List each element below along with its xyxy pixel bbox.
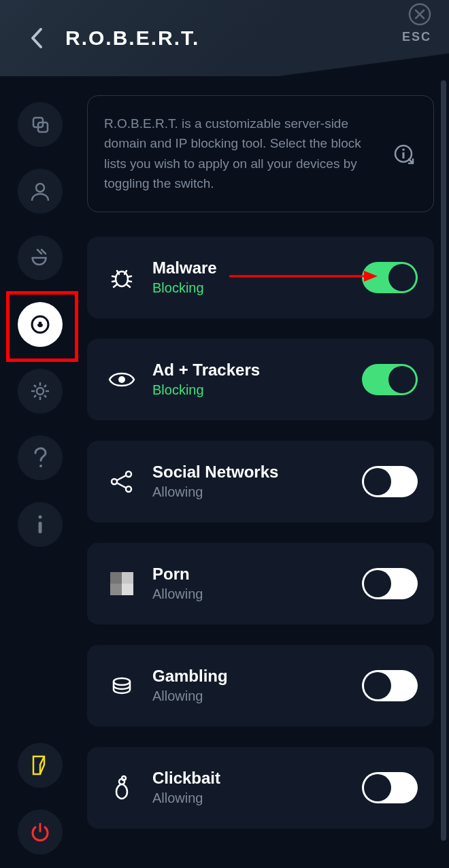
svg-point-3 <box>36 184 44 192</box>
sidebar-item-robert[interactable] <box>18 302 63 347</box>
item-title: Malware <box>152 258 362 278</box>
scrollbar[interactable] <box>441 80 446 841</box>
help-icon <box>33 447 48 469</box>
sidebar-item-plug[interactable] <box>18 235 63 280</box>
item-title: Porn <box>152 565 362 584</box>
item-status: Blocking <box>152 280 362 296</box>
robert-icon <box>29 313 52 336</box>
block-item-adtrackers: Ad + Trackers Blocking <box>87 339 434 420</box>
network-icon <box>105 465 139 499</box>
eye-icon <box>105 363 139 397</box>
esc-label: ESC <box>402 30 431 44</box>
sidebar-item-account[interactable] <box>18 169 63 214</box>
sidebar-item-logout[interactable] <box>18 743 63 788</box>
block-item-porn: Porn Allowing <box>87 543 434 624</box>
svg-rect-11 <box>39 522 42 533</box>
svg-point-6 <box>37 322 39 324</box>
bait-icon <box>105 771 139 805</box>
user-icon <box>29 180 51 202</box>
svg-point-7 <box>41 322 44 324</box>
block-item-social: Social Networks Allowing <box>87 441 434 522</box>
logout-icon <box>31 755 50 775</box>
svg-point-22 <box>114 678 130 685</box>
sidebar-item-info[interactable] <box>18 502 63 547</box>
toggle-porn[interactable] <box>362 568 418 599</box>
gear-icon <box>29 380 51 402</box>
split-icon <box>30 114 50 135</box>
info-sync-icon <box>393 143 414 165</box>
power-icon <box>30 822 50 842</box>
svg-point-21 <box>126 486 131 492</box>
svg-point-9 <box>39 465 42 467</box>
info-card: R.O.B.E.R.T. is a customizable server-si… <box>87 95 434 212</box>
svg-rect-16 <box>403 152 405 158</box>
close-icon <box>408 3 431 26</box>
item-title: Ad + Trackers <box>152 361 362 380</box>
item-title: Clickbait <box>152 769 362 788</box>
item-title: Gambling <box>152 667 362 686</box>
block-item-gambling: Gambling Allowing <box>87 645 434 727</box>
block-item-clickbait: Clickbait Allowing <box>87 747 434 829</box>
chips-icon <box>105 669 139 703</box>
content: R.O.B.E.R.T. is a customizable server-si… <box>80 95 438 854</box>
svg-point-15 <box>402 148 405 151</box>
sidebar-item-split[interactable] <box>18 102 63 147</box>
block-item-malware: Malware Blocking <box>87 237 434 318</box>
info-icon <box>36 514 44 535</box>
sidebar-item-power[interactable] <box>18 809 63 854</box>
toggle-adtrackers[interactable] <box>362 364 418 395</box>
info-sync-button[interactable] <box>390 140 417 167</box>
toggle-social[interactable] <box>362 466 418 497</box>
svg-point-24 <box>122 776 126 780</box>
item-title: Social Networks <box>152 463 362 482</box>
chevron-left-icon <box>29 27 44 50</box>
toggle-malware[interactable] <box>362 262 418 293</box>
svg-point-8 <box>37 388 44 395</box>
sidebar <box>0 95 80 868</box>
plug-icon <box>29 247 51 269</box>
svg-point-20 <box>126 471 131 477</box>
toggle-clickbait[interactable] <box>362 772 418 803</box>
item-status: Allowing <box>152 484 362 500</box>
back-button[interactable] <box>19 21 53 55</box>
pixel-icon <box>105 567 139 601</box>
svg-point-18 <box>118 376 125 383</box>
toggle-gambling[interactable] <box>362 670 418 701</box>
info-text: R.O.B.E.R.T. is a customizable server-si… <box>104 114 379 194</box>
svg-point-19 <box>112 479 117 484</box>
svg-point-10 <box>39 516 42 519</box>
bug-icon <box>105 261 139 295</box>
sidebar-item-help[interactable] <box>18 435 63 480</box>
header: R.O.B.E.R.T. ESC <box>0 0 449 76</box>
close-button[interactable] <box>403 0 437 31</box>
item-status: Allowing <box>152 688 362 704</box>
sidebar-item-settings[interactable] <box>18 369 63 414</box>
item-status: Allowing <box>152 790 362 806</box>
item-status: Blocking <box>152 382 362 398</box>
item-status: Allowing <box>152 586 362 602</box>
page-title: R.O.B.E.R.T. <box>65 27 199 50</box>
